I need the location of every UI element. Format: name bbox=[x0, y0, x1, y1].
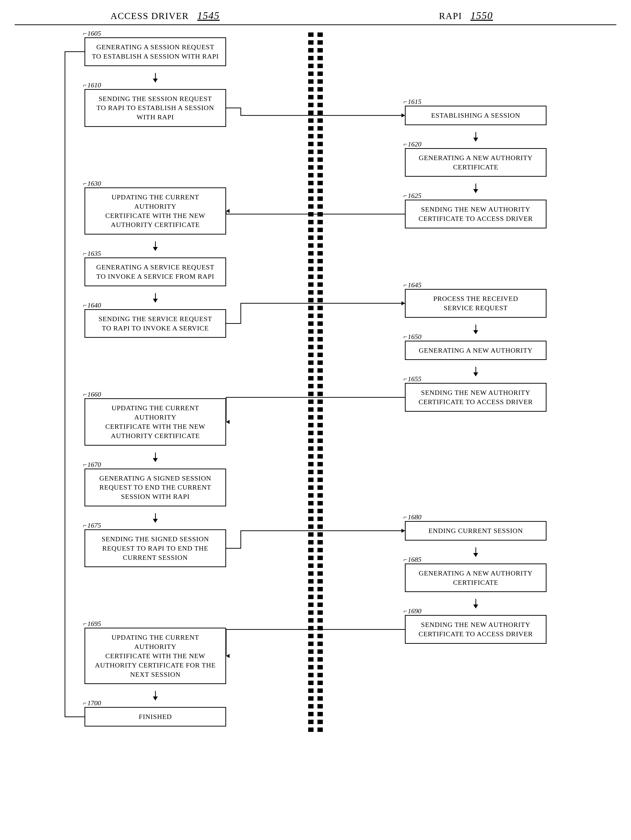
step-1685-label: 1685 bbox=[403, 556, 421, 564]
box-1615: ESTABLISHING A SESSION bbox=[405, 106, 547, 125]
step-1625-label: 1625 bbox=[403, 192, 421, 200]
step-1625-wrapper: 1625 SENDING THE NEW AUTHORITYCERTIFICAT… bbox=[405, 200, 547, 229]
box-1680: ENDING CURRENT SESSION bbox=[405, 521, 547, 540]
arrow-1645-1650 bbox=[476, 325, 476, 334]
step-1610-wrapper: 1610 SENDING THE SESSION REQUESTTO RAPI … bbox=[84, 89, 226, 127]
step-1620-wrapper: 1620 GENERATING A NEW AUTHORITYCERTIFICA… bbox=[405, 148, 547, 177]
box-1625: SENDING THE NEW AUTHORITYCERTIFICATE TO … bbox=[405, 200, 547, 229]
flow-area: 1605 GENERATING A SESSION REQUESTTO ESTA… bbox=[15, 32, 616, 733]
step-1655-label: 1655 bbox=[403, 375, 421, 383]
right-column: 1615 ESTABLISHING A SESSION 1620 GENERAT… bbox=[315, 32, 616, 733]
step-1695-label: 1695 bbox=[83, 620, 101, 628]
diagram-container: ACCESS DRIVER 1545 RAPI 1550 1605 GENERA… bbox=[15, 10, 616, 733]
arrow-1635-1640 bbox=[155, 293, 156, 302]
step-1610-label: 1610 bbox=[83, 81, 101, 89]
step-1700-wrapper: 1700 FINISHED bbox=[84, 707, 226, 726]
arrow-1630-1635 bbox=[155, 242, 156, 251]
step-1690-label: 1690 bbox=[403, 607, 421, 615]
box-1700-text: FINISHED bbox=[139, 713, 172, 720]
box-1690-text: SENDING THE NEW AUTHORITYCERTIFICATE TO … bbox=[419, 621, 533, 638]
box-1660: UPDATING THE CURRENT AUTHORITYCERTIFICAT… bbox=[84, 398, 226, 445]
box-1700: FINISHED bbox=[84, 707, 226, 726]
step-1605-label: 1605 bbox=[83, 30, 101, 37]
step-1695-wrapper: 1695 UPDATING THE CURRENT AUTHORITYCERTI… bbox=[84, 628, 226, 684]
box-1630-text: UPDATING THE CURRENT AUTHORITYCERTIFICAT… bbox=[105, 193, 205, 229]
box-1630: UPDATING THE CURRENT AUTHORITYCERTIFICAT… bbox=[84, 188, 226, 235]
step-1680-wrapper: 1680 ENDING CURRENT SESSION bbox=[405, 521, 547, 540]
box-1620: GENERATING A NEW AUTHORITYCERTIFICATE bbox=[405, 148, 547, 177]
step-1630-wrapper: 1630 UPDATING THE CURRENT AUTHORITYCERTI… bbox=[84, 188, 226, 235]
arrow-1670-1675 bbox=[155, 513, 156, 523]
box-1685-text: GENERATING A NEW AUTHORITYCERTIFICATE bbox=[419, 569, 533, 586]
left-column: 1605 GENERATING A SESSION REQUESTTO ESTA… bbox=[15, 32, 315, 733]
arrow-1695-1700 bbox=[155, 691, 156, 700]
step-1650-wrapper: 1650 GENERATING A NEW AUTHORITY bbox=[405, 341, 547, 360]
step-1655-wrapper: 1655 SENDING THE NEW AUTHORITYCERTIFICAT… bbox=[405, 383, 547, 412]
step-1680-label: 1680 bbox=[403, 513, 421, 521]
step-1635-label: 1635 bbox=[83, 249, 101, 257]
step-1700-label: 1700 bbox=[83, 699, 101, 707]
right-column-title: RAPI bbox=[439, 11, 462, 21]
box-1690: SENDING THE NEW AUTHORITYCERTIFICATE TO … bbox=[405, 615, 547, 644]
box-1680-text: ENDING CURRENT SESSION bbox=[428, 527, 523, 534]
step-1640-label: 1640 bbox=[83, 302, 101, 309]
arrow-1685-1690 bbox=[476, 599, 476, 608]
step-1620-label: 1620 bbox=[403, 141, 421, 148]
left-column-num: 1545 bbox=[197, 10, 220, 21]
arrow-1660-1670 bbox=[155, 452, 156, 462]
step-1635-wrapper: 1635 GENERATING A SERVICE REQUESTTO INVO… bbox=[84, 257, 226, 286]
left-column-title: ACCESS DRIVER bbox=[111, 11, 189, 21]
right-column-num: 1550 bbox=[471, 10, 493, 21]
arrow-1615-1620 bbox=[476, 132, 476, 141]
box-1610: SENDING THE SESSION REQUESTTO RAPI TO ES… bbox=[84, 89, 226, 127]
step-1615-label: 1615 bbox=[403, 98, 421, 106]
box-1675-text: SENDING THE SIGNED SESSIONREQUEST TO RAP… bbox=[101, 535, 209, 561]
box-1640-text: SENDING THE SERVICE REQUESTTO RAPI TO IN… bbox=[98, 315, 212, 332]
box-1605: GENERATING A SESSION REQUESTTO ESTABLISH… bbox=[84, 37, 226, 66]
box-1650-text: GENERATING A NEW AUTHORITY bbox=[419, 347, 533, 354]
step-1685-wrapper: 1685 GENERATING A NEW AUTHORITYCERTIFICA… bbox=[405, 564, 547, 592]
box-1660-text: UPDATING THE CURRENT AUTHORITYCERTIFICAT… bbox=[105, 404, 205, 439]
step-1630-label: 1630 bbox=[83, 180, 101, 188]
arrow-1650-1655 bbox=[476, 367, 476, 376]
step-1690-wrapper: 1690 SENDING THE NEW AUTHORITYCERTIFICAT… bbox=[405, 615, 547, 644]
arrow-1620-1625 bbox=[476, 183, 476, 193]
header-left: ACCESS DRIVER 1545 bbox=[15, 10, 315, 22]
step-1645-label: 1645 bbox=[403, 281, 421, 289]
box-1670: GENERATING A SIGNED SESSIONREQUEST TO EN… bbox=[84, 469, 226, 506]
box-1640: SENDING THE SERVICE REQUESTTO RAPI TO IN… bbox=[84, 309, 226, 338]
box-1620-text: GENERATING A NEW AUTHORITYCERTIFICATE bbox=[419, 154, 533, 171]
box-1635-text: GENERATING A SERVICE REQUESTTO INVOKE A … bbox=[96, 263, 214, 280]
box-1685: GENERATING A NEW AUTHORITYCERTIFICATE bbox=[405, 564, 547, 592]
box-1695: UPDATING THE CURRENT AUTHORITYCERTIFICAT… bbox=[84, 628, 226, 684]
box-1695-text: UPDATING THE CURRENT AUTHORITYCERTIFICAT… bbox=[95, 633, 216, 678]
step-1670-wrapper: 1670 GENERATING A SIGNED SESSIONREQUEST … bbox=[84, 469, 226, 506]
header-row: ACCESS DRIVER 1545 RAPI 1550 bbox=[15, 10, 616, 25]
box-1645: PROCESS THE RECEIVEDSERVICE REQUEST bbox=[405, 289, 547, 318]
step-1640-wrapper: 1640 SENDING THE SERVICE REQUESTTO RAPI … bbox=[84, 309, 226, 338]
step-1660-label: 1660 bbox=[83, 390, 101, 398]
arrow-1680-1685 bbox=[476, 547, 476, 557]
step-1660-wrapper: 1660 UPDATING THE CURRENT AUTHORITYCERTI… bbox=[84, 398, 226, 445]
arrow-1605-1610 bbox=[155, 73, 156, 82]
step-1605-wrapper: 1605 GENERATING A SESSION REQUESTTO ESTA… bbox=[84, 37, 226, 66]
box-1645-text: PROCESS THE RECEIVEDSERVICE REQUEST bbox=[433, 295, 518, 312]
box-1635: GENERATING A SERVICE REQUESTTO INVOKE A … bbox=[84, 257, 226, 286]
step-1645-wrapper: 1645 PROCESS THE RECEIVEDSERVICE REQUEST bbox=[405, 289, 547, 318]
box-1670-text: GENERATING A SIGNED SESSIONREQUEST TO EN… bbox=[100, 474, 212, 501]
box-1625-text: SENDING THE NEW AUTHORITYCERTIFICATE TO … bbox=[419, 205, 533, 222]
step-1670-label: 1670 bbox=[83, 461, 101, 469]
step-1615-wrapper: 1615 ESTABLISHING A SESSION bbox=[405, 106, 547, 125]
box-1655-text: SENDING THE NEW AUTHORITYCERTIFICATE TO … bbox=[419, 389, 533, 406]
box-1610-text: SENDING THE SESSION REQUESTTO RAPI TO ES… bbox=[96, 95, 214, 121]
step-1675-label: 1675 bbox=[83, 521, 101, 529]
step-1650-label: 1650 bbox=[403, 333, 421, 341]
box-1615-text: ESTABLISHING A SESSION bbox=[431, 112, 520, 119]
step-1675-wrapper: 1675 SENDING THE SIGNED SESSIONREQUEST T… bbox=[84, 529, 226, 567]
box-1655: SENDING THE NEW AUTHORITYCERTIFICATE TO … bbox=[405, 383, 547, 412]
box-1605-text: GENERATING A SESSION REQUESTTO ESTABLISH… bbox=[92, 43, 219, 60]
box-1675: SENDING THE SIGNED SESSIONREQUEST TO RAP… bbox=[84, 529, 226, 567]
header-right: RAPI 1550 bbox=[315, 10, 616, 22]
box-1650: GENERATING A NEW AUTHORITY bbox=[405, 341, 547, 360]
